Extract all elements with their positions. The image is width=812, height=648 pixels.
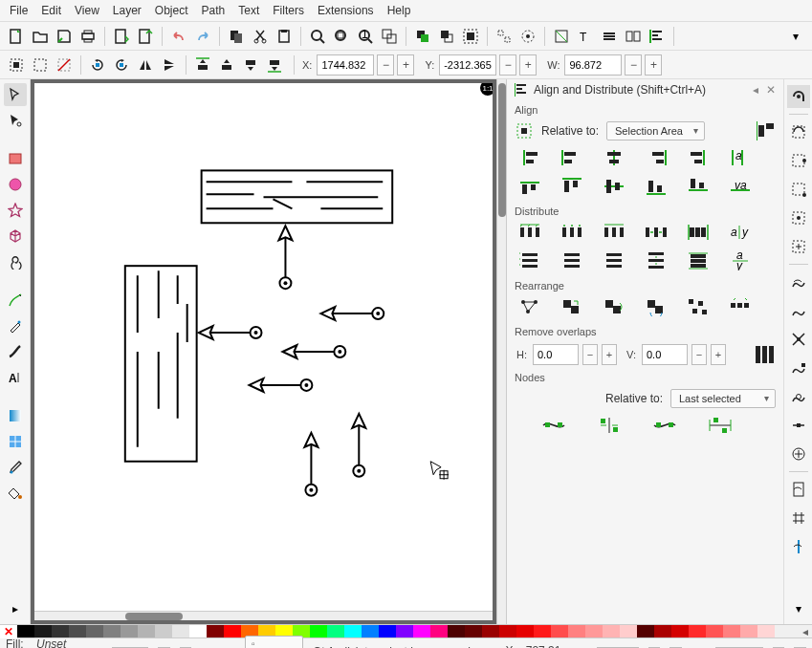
color-swatch[interactable]	[637, 625, 654, 637]
color-swatch[interactable]	[534, 625, 551, 637]
color-swatch[interactable]	[52, 625, 69, 637]
dist-bottom[interactable]	[599, 249, 629, 272]
align-as-group-icon[interactable]	[757, 121, 776, 140]
x-input[interactable]	[317, 54, 374, 76]
snap-more[interactable]: ▾	[787, 597, 810, 620]
align-right-edge[interactable]	[683, 146, 713, 169]
snap-bbox[interactable]	[787, 120, 810, 143]
toolbox-more[interactable]: ▸	[4, 597, 27, 620]
unclump[interactable]	[725, 295, 756, 318]
color-swatch[interactable]	[34, 625, 52, 637]
color-swatch[interactable]	[620, 625, 637, 637]
y-input[interactable]	[439, 54, 496, 76]
v-gap-dec[interactable]: −	[691, 344, 707, 365]
dist-text-h[interactable]: ay	[725, 221, 756, 244]
clone-button[interactable]	[412, 26, 433, 47]
align-dialog-button[interactable]	[647, 26, 668, 47]
x-inc[interactable]: +	[397, 54, 414, 76]
rotate-cw-button[interactable]	[111, 54, 132, 76]
randomize[interactable]	[683, 295, 713, 318]
color-swatch[interactable]	[689, 625, 706, 637]
flip-v-button[interactable]	[159, 54, 180, 76]
snap-bbox-edge[interactable]	[787, 149, 810, 172]
align-top[interactable]	[557, 175, 587, 198]
color-swatch[interactable]	[327, 625, 344, 637]
color-swatch[interactable]	[757, 625, 775, 637]
color-swatch[interactable]	[413, 625, 430, 637]
color-swatch[interactable]	[379, 625, 396, 637]
panel-close[interactable]: ✕	[766, 83, 776, 97]
color-swatch[interactable]	[189, 625, 207, 637]
color-swatch[interactable]	[585, 625, 603, 637]
zoom-1to1-badge[interactable]: 1:1	[480, 83, 493, 96]
circle-tool[interactable]	[4, 173, 27, 196]
snap-toggle[interactable]	[787, 85, 810, 108]
dist-gap-v[interactable]	[641, 249, 671, 272]
paintbucket-tool[interactable]	[4, 482, 27, 505]
dropper-tool[interactable]	[4, 456, 27, 479]
color-swatch[interactable]	[603, 625, 620, 637]
color-swatch[interactable]	[121, 625, 138, 637]
no-fill-swatch[interactable]: ✕	[0, 625, 17, 638]
align-left[interactable]	[557, 146, 587, 169]
lower-button[interactable]	[240, 54, 261, 76]
menu-help[interactable]: Help	[387, 4, 411, 17]
color-swatch[interactable]	[551, 625, 568, 637]
select-all-layers-button[interactable]	[6, 54, 27, 76]
node-align-v[interactable]	[649, 414, 680, 437]
anchor-icon[interactable]	[515, 121, 534, 140]
v-gap-inc[interactable]: +	[711, 344, 726, 365]
deselect-button[interactable]	[54, 54, 75, 76]
v-gap-input[interactable]	[642, 344, 688, 365]
3dbox-tool[interactable]	[4, 225, 27, 248]
dist-right[interactable]	[599, 221, 629, 244]
align-center-h[interactable]	[599, 146, 629, 169]
color-swatch[interactable]	[482, 625, 499, 637]
snap-page[interactable]	[787, 478, 810, 501]
save-button[interactable]	[54, 26, 75, 47]
menu-edit[interactable]: Edit	[41, 4, 61, 17]
print-button[interactable]	[77, 26, 99, 47]
menu-layer[interactable]: Layer	[113, 4, 142, 17]
dist-text-v[interactable]: ay	[725, 249, 756, 272]
node-dist-v[interactable]	[705, 414, 735, 437]
more-button[interactable]: ▾	[785, 26, 806, 47]
menu-file[interactable]: File	[10, 4, 28, 17]
snap-bbox-center[interactable]	[787, 235, 810, 258]
fill-stroke-dialog-button[interactable]	[517, 26, 538, 47]
align-top-edge[interactable]	[515, 175, 545, 198]
menu-view[interactable]: View	[75, 4, 99, 17]
rect-tool[interactable]	[4, 147, 27, 170]
h-gap-input[interactable]	[533, 344, 579, 365]
canvas[interactable]: 1:1	[34, 83, 493, 620]
fill-value[interactable]: Unset	[36, 637, 66, 648]
menu-path[interactable]: Path	[202, 4, 226, 17]
text-tool[interactable]: A	[4, 366, 27, 389]
ungroup-button[interactable]	[494, 26, 515, 47]
w-input[interactable]	[564, 54, 622, 76]
snap-midpoint[interactable]	[787, 414, 810, 437]
align-bottom-edge[interactable]	[683, 175, 713, 198]
color-swatch[interactable]	[69, 625, 86, 637]
color-swatch[interactable]	[723, 625, 740, 637]
dist-gap-h[interactable]	[641, 221, 671, 244]
color-swatch[interactable]	[86, 625, 103, 637]
relative-to-select[interactable]: Selection Area	[606, 121, 705, 140]
color-swatch[interactable]	[224, 625, 241, 637]
color-swatch[interactable]	[499, 625, 516, 637]
color-swatch[interactable]	[706, 625, 723, 637]
align-bottom[interactable]	[641, 175, 671, 198]
copy-button[interactable]	[226, 26, 247, 47]
color-swatch[interactable]	[465, 625, 482, 637]
dist-center-v[interactable]	[557, 249, 587, 272]
import-button[interactable]	[111, 26, 132, 47]
cut-button[interactable]	[250, 26, 271, 47]
remove-overlaps-button[interactable]	[753, 343, 776, 366]
undo-button[interactable]	[168, 26, 189, 47]
color-swatch[interactable]	[103, 625, 121, 637]
menu-object[interactable]: Object	[155, 4, 188, 17]
node-align-h[interactable]	[538, 414, 569, 437]
color-swatch[interactable]	[310, 625, 327, 637]
paste-button[interactable]	[274, 26, 295, 47]
gradient-tool[interactable]	[4, 404, 27, 427]
